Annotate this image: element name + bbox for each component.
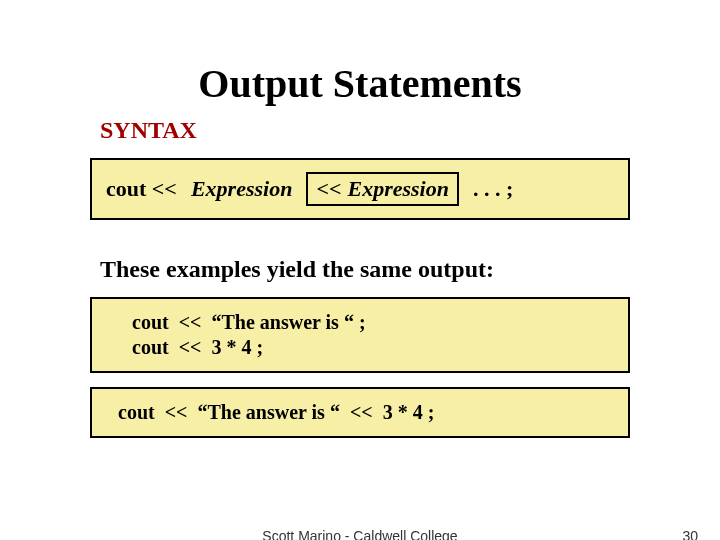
syntax-optional-box: << Expression — [306, 172, 459, 206]
example-box-1: cout << “The answer is “ ; cout << 3 * 4… — [90, 297, 630, 373]
syntax-prefix-plain: cout << — [106, 176, 177, 202]
slide-title: Output Statements — [70, 60, 650, 107]
code-line: cout << “The answer is “ ; — [132, 311, 612, 334]
syntax-box: cout << Expression << Expression . . . ; — [90, 158, 630, 220]
examples-intro: These examples yield the same output: — [100, 256, 650, 283]
slide: Output Statements SYNTAX cout << Express… — [0, 0, 720, 540]
example-box-2: cout << “The answer is “ << 3 * 4 ; — [90, 387, 630, 438]
syntax-inner-plain: << — [316, 176, 341, 202]
syntax-inner-italic: Expression — [347, 176, 448, 202]
syntax-label: SYNTAX — [100, 117, 650, 144]
syntax-suffix: . . . ; — [473, 176, 513, 202]
code-line: cout << “The answer is “ << 3 * 4 ; — [118, 401, 612, 424]
code-line: cout << 3 * 4 ; — [132, 336, 612, 359]
footer-page-number: 30 — [682, 528, 698, 540]
footer-author: Scott Marino - Caldwell College — [0, 528, 720, 540]
syntax-prefix-italic: Expression — [191, 176, 292, 202]
